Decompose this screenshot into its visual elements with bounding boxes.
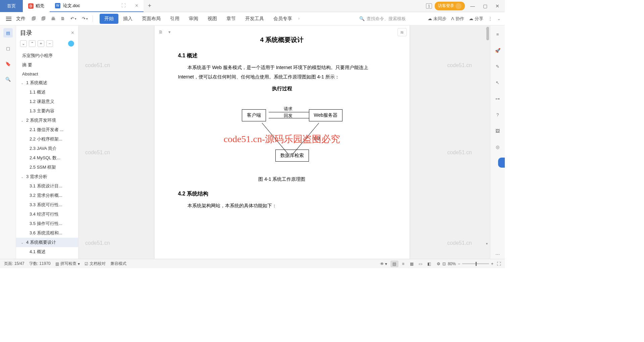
tab-insert[interactable]: 插入 xyxy=(118,14,137,24)
ruler-icon[interactable]: ⊡ xyxy=(442,262,446,266)
outline-item[interactable]: Abstract xyxy=(16,70,78,78)
adjust-rail-icon[interactable]: ⊶ xyxy=(493,94,502,103)
outline-close-icon[interactable]: × xyxy=(71,30,74,36)
outline-item[interactable]: 2.5 SSM 框架 xyxy=(16,163,78,172)
kebab-icon[interactable]: ⋮ xyxy=(488,16,492,21)
bookmark-rail-icon[interactable]: ▢ xyxy=(3,44,13,53)
chevron-icon[interactable]: ⌄ xyxy=(21,241,25,244)
saveas-icon[interactable]: 🗐 xyxy=(39,15,48,22)
outline-item[interactable]: 1.2 课题意义 xyxy=(16,97,78,106)
outline-item[interactable]: 1.1 概述 xyxy=(16,88,78,97)
scroll-thumb[interactable] xyxy=(486,27,489,40)
outline-item[interactable]: 3.6 系统流程和... xyxy=(16,228,78,238)
outline-add-icon[interactable]: + xyxy=(38,40,44,47)
outline-item[interactable]: 4.2 系统结构 xyxy=(16,256,78,259)
print-icon[interactable]: 🖶 xyxy=(49,15,57,22)
tab-count-badge[interactable]: 1 xyxy=(426,3,432,9)
view-focus-icon[interactable]: ◧ xyxy=(425,261,433,267)
outline-remove-icon[interactable]: − xyxy=(46,40,53,47)
gear-icon[interactable]: ⚙ xyxy=(437,262,440,266)
outline-list[interactable]: 乐室预约小程序摘 要Abstract⌄1 系统概述1.1 概述1.2 课题意义1… xyxy=(16,50,78,259)
maximize-icon[interactable]: ▢ xyxy=(480,3,490,9)
scroll-down-icon[interactable]: ▾ xyxy=(486,242,488,245)
tab-view[interactable]: 视图 xyxy=(203,14,222,24)
login-button[interactable]: 访客登录 xyxy=(435,2,465,10)
minimize-icon[interactable]: — xyxy=(468,3,478,9)
outline-item[interactable]: 3.4 经济可行性 xyxy=(16,210,78,219)
close-window-icon[interactable]: ✕ xyxy=(493,3,502,9)
more-rail-icon[interactable]: ⋯ xyxy=(493,249,502,259)
settings-rail-icon[interactable]: ≡ xyxy=(493,30,502,39)
cursor-rail-icon[interactable]: ↖ xyxy=(493,78,502,87)
help-rail-icon[interactable]: ? xyxy=(493,110,502,119)
page-dropdown-icon[interactable]: ▾ xyxy=(166,28,173,36)
view-web-icon[interactable]: ▦ xyxy=(408,261,416,267)
more-tabs-icon[interactable]: › xyxy=(297,14,301,24)
outline-item[interactable]: 3.3 系统可行性... xyxy=(16,200,78,210)
chevron-icon[interactable]: ⌄ xyxy=(21,175,25,179)
outline-item[interactable]: 2.2 小程序框架... xyxy=(16,134,78,144)
outline-rail-icon[interactable]: ▤ xyxy=(3,28,13,38)
proofread-button[interactable]: ☑ 文档校对 xyxy=(85,261,106,267)
page-indicator[interactable]: 页面: 15/47 xyxy=(4,261,24,267)
outline-item[interactable]: 3.2 需求分析概... xyxy=(16,191,78,200)
fullscreen-icon[interactable]: ⛶ xyxy=(497,262,501,266)
outline-expand-icon[interactable]: ⌃ xyxy=(29,40,36,47)
tab-devtools[interactable]: 开发工具 xyxy=(240,14,269,24)
tab-section[interactable]: 章节 xyxy=(222,14,240,24)
outline-collapse-icon[interactable]: ⌄ xyxy=(20,40,27,47)
view-page-icon[interactable]: ▤ xyxy=(390,261,398,267)
outline-item[interactable]: 摘 要 xyxy=(16,60,78,70)
close-icon[interactable]: × xyxy=(135,3,138,9)
side-tag[interactable] xyxy=(498,158,505,168)
eye-icon[interactable]: 👁 ▾ xyxy=(380,262,387,266)
zoom-in-icon[interactable]: + xyxy=(491,262,493,266)
outline-item[interactable]: 1.3 主要内容 xyxy=(16,106,78,116)
preview-icon[interactable]: 🗎 xyxy=(59,15,67,22)
chevron-icon[interactable]: ⌄ xyxy=(21,81,25,85)
tab-layout[interactable]: 页面布局 xyxy=(137,14,165,24)
outline-badge-icon[interactable] xyxy=(68,41,74,47)
outline-item[interactable]: 2.3 JAVA 简介 xyxy=(16,144,78,153)
redo-icon[interactable]: ↷▾ xyxy=(80,15,90,22)
outline-item[interactable]: ⌄3 需求分析 xyxy=(16,172,78,181)
view-read-icon[interactable]: ▭ xyxy=(417,261,425,267)
tab-docer[interactable]: D 稻壳 xyxy=(23,0,50,12)
target-rail-icon[interactable]: ◎ xyxy=(493,142,502,152)
tab-review[interactable]: 审阅 xyxy=(184,14,203,24)
tab-reference[interactable]: 引用 xyxy=(165,14,184,24)
outline-item[interactable]: 3.5 操作可行性... xyxy=(16,219,78,228)
zoom-out-icon[interactable]: − xyxy=(458,262,460,266)
file-menu[interactable]: 文件 xyxy=(16,16,25,22)
outline-item[interactable]: 2.4 MySQL 数... xyxy=(16,153,78,163)
outline-item[interactable]: 4.1 概述 xyxy=(16,247,78,256)
zoom-slider[interactable] xyxy=(462,263,489,264)
new-tab-button[interactable]: + xyxy=(144,2,156,9)
chevron-icon[interactable]: ⌄ xyxy=(21,119,25,122)
spellcheck-button[interactable]: ▥ 拼写检查 ▾ xyxy=(55,261,80,267)
ribbon-rail-icon[interactable]: 🔖 xyxy=(3,59,13,68)
collab-button[interactable]: ᐱ 协作 xyxy=(451,16,464,22)
outline-item[interactable]: ⌄2 系统开发环境 xyxy=(16,116,78,125)
search-box[interactable]: 🔍 查找命令、搜索模板 xyxy=(359,16,423,22)
outline-item[interactable]: 3.1 系统设计目... xyxy=(16,181,78,191)
outline-item[interactable]: 乐室预约小程序 xyxy=(16,51,78,60)
outline-item[interactable]: ⌄4 系统概要设计 xyxy=(16,238,78,247)
sync-button[interactable]: ☁ 未同步 xyxy=(428,16,446,22)
screen-icon[interactable]: ⛶ xyxy=(121,3,126,8)
tab-home[interactable]: 首页 xyxy=(0,0,23,12)
fold-button[interactable]: ≋ xyxy=(397,28,407,36)
outline-item[interactable]: ⌄1 系统概述 xyxy=(16,78,78,88)
share-button[interactable]: ☁ 分享 xyxy=(469,16,483,22)
undo-icon[interactable]: ↶▾ xyxy=(68,15,78,22)
page-icon[interactable]: 🗎 xyxy=(157,28,165,36)
view-outline-icon[interactable]: ≡ xyxy=(399,261,407,267)
image-rail-icon[interactable]: 🖼 xyxy=(493,126,502,135)
tab-document[interactable]: W 论文.doc ⛶ × xyxy=(50,0,144,12)
zoom-level[interactable]: 80% xyxy=(448,262,456,266)
word-count[interactable]: 字数: 11970 xyxy=(29,261,51,267)
save-icon[interactable]: 🗐 xyxy=(30,15,38,22)
pen-rail-icon[interactable]: ✎ xyxy=(493,62,502,71)
menu-button[interactable] xyxy=(4,15,13,22)
tab-start[interactable]: 开始 xyxy=(100,14,118,24)
